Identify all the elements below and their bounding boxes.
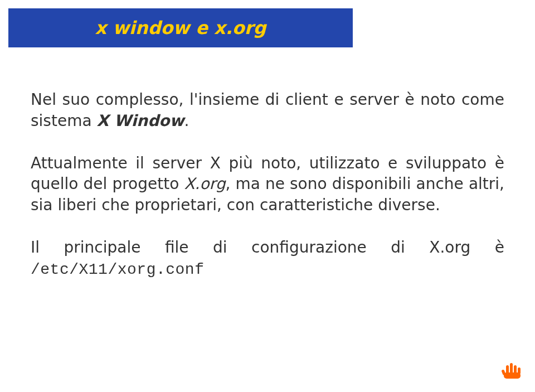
hand-icon: [500, 357, 523, 380]
p3-conf-path: /etc/X11/xorg.conf: [31, 261, 204, 278]
p2-xorg: X.org: [184, 175, 225, 193]
p3-text-1: Il principale file di configurazione di …: [31, 238, 504, 257]
p1-text-3: .: [184, 112, 189, 130]
p1-xwindow: X Window: [97, 112, 184, 130]
slide-content: Nel suo complesso, l'insieme di client e…: [31, 89, 504, 302]
svg-rect-5: [504, 372, 521, 379]
slide-title-bar: x window e x.org: [8, 8, 353, 47]
paragraph-1: Nel suo complesso, l'insieme di client e…: [31, 89, 504, 132]
paragraph-2: Attualmente il server X più noto, utiliz…: [31, 153, 504, 216]
slide-title: x window e x.org: [95, 17, 266, 38]
paragraph-3: Il principale file di configurazione di …: [31, 237, 504, 280]
